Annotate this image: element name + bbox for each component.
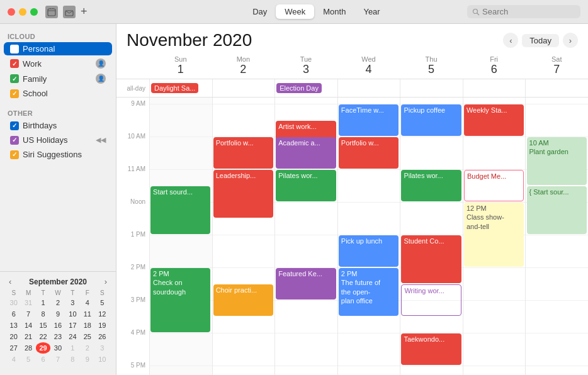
mini-cal-day[interactable]: 10 [95, 354, 110, 365]
hour-cell[interactable] [463, 366, 526, 375]
mini-cal-day[interactable]: 22 [36, 331, 50, 342]
mini-cal-prev-button[interactable]: ‹ [6, 277, 14, 286]
mini-cal-day[interactable]: 17 [65, 320, 80, 331]
hour-cell[interactable] [275, 235, 337, 268]
hour-cell[interactable] [526, 366, 588, 375]
calendar-event[interactable]: Pilates wor... [276, 170, 336, 201]
hour-cell[interactable] [338, 98, 400, 104]
mini-cal-day[interactable]: 11 [80, 308, 94, 320]
hour-cell[interactable] [400, 137, 463, 170]
mini-cal-day[interactable]: 5 [21, 354, 35, 365]
mini-cal-day[interactable]: 30 [50, 342, 65, 354]
mini-cal-day[interactable]: 31 [21, 297, 35, 308]
mini-cal-day[interactable]: 9 [50, 308, 65, 320]
hour-cell[interactable] [400, 98, 463, 104]
mini-cal-day[interactable]: 1 [36, 297, 50, 308]
school-checkbox[interactable] [10, 89, 19, 98]
hour-cell[interactable] [150, 333, 212, 366]
hour-cell[interactable] [463, 333, 526, 366]
hour-cell[interactable] [338, 333, 400, 366]
hour-cell[interactable] [526, 235, 588, 268]
mini-cal-day[interactable]: 29 [36, 342, 50, 354]
calendar-event[interactable]: Choir practi... [213, 284, 273, 316]
calendar-event[interactable]: Pickup coffee [401, 104, 461, 136]
hour-cell[interactable] [275, 333, 337, 366]
search-bar[interactable] [467, 5, 580, 18]
month-view-button[interactable]: Month [314, 4, 354, 19]
mini-cal-day[interactable]: 7 [50, 354, 65, 365]
hour-cell[interactable] [463, 137, 526, 170]
mini-cal-day[interactable]: 3 [65, 297, 80, 308]
hour-cell[interactable] [526, 98, 588, 104]
hour-cell[interactable] [463, 268, 526, 301]
sidebar-item-personal[interactable]: Personal [4, 42, 112, 55]
hour-cell[interactable] [526, 104, 588, 137]
sidebar-item-birthdays[interactable]: Birthdays [4, 119, 112, 132]
hour-cell[interactable] [526, 268, 588, 301]
calendar-event[interactable]: FaceTime w... [339, 104, 399, 136]
calendar-grid-icon[interactable] [45, 6, 58, 18]
hour-cell[interactable] [213, 366, 275, 375]
family-checkbox[interactable] [10, 74, 19, 83]
inbox-icon[interactable] [63, 6, 76, 18]
cal-next-button[interactable]: › [563, 33, 578, 48]
search-input[interactable] [482, 7, 570, 16]
calendar-event[interactable]: Featured Ke... [276, 268, 336, 299]
calendar-event[interactable]: { Start sour... [527, 186, 587, 234]
calendar-event[interactable]: Student Co... [401, 235, 461, 283]
mini-cal-day[interactable]: 14 [21, 320, 35, 331]
mini-cal-day[interactable]: 18 [80, 320, 94, 331]
hour-cell[interactable] [275, 203, 337, 235]
hour-cell[interactable] [275, 98, 337, 104]
allday-event-election[interactable]: Election Day [276, 83, 322, 93]
hour-cell[interactable] [150, 104, 212, 137]
hour-cell[interactable] [526, 333, 588, 366]
hour-cell[interactable] [150, 98, 212, 104]
cal-prev-button[interactable]: ‹ [503, 33, 518, 48]
close-button[interactable] [8, 8, 15, 16]
hour-cell[interactable] [150, 366, 212, 375]
calendar-event[interactable]: Portfolio w... [213, 137, 273, 169]
calendar-event[interactable]: 12 PM Class show- and-tell [464, 203, 524, 267]
hour-cell[interactable] [338, 203, 400, 235]
birthdays-checkbox[interactable] [10, 121, 19, 130]
calendar-event[interactable]: Leadership... [213, 170, 273, 218]
sidebar-item-work[interactable]: Work 👤 [4, 57, 112, 70]
hour-cell[interactable] [463, 98, 526, 104]
hour-cell[interactable] [275, 366, 337, 375]
mini-cal-day[interactable]: 1 [65, 342, 80, 354]
mini-cal-day[interactable]: 21 [21, 331, 35, 342]
maximize-button[interactable] [30, 8, 38, 16]
calendar-event[interactable]: Academic a... [276, 137, 336, 169]
today-button[interactable]: Today [522, 34, 559, 47]
mini-cal-day[interactable]: 23 [50, 331, 65, 342]
mini-cal-day[interactable]: 8 [65, 354, 80, 365]
mini-cal-day[interactable]: 6 [36, 354, 50, 365]
calendar-event[interactable]: Weekly Sta... [464, 104, 524, 136]
calendar-event[interactable]: Start sourd... [150, 186, 210, 234]
calendar-event[interactable]: Pick up lunch [339, 235, 399, 267]
mini-cal-day[interactable]: 10 [65, 308, 80, 320]
siri-suggestions-checkbox[interactable] [10, 150, 19, 159]
hour-cell[interactable] [526, 301, 588, 333]
sidebar-item-school[interactable]: School [4, 87, 112, 100]
hour-cell[interactable] [213, 104, 275, 137]
sidebar-item-family[interactable]: Family 👤 [4, 72, 112, 86]
hour-cell[interactable] [400, 366, 463, 375]
calendar-event[interactable]: Taekwondo... [401, 333, 461, 365]
mini-cal-day[interactable]: 4 [80, 297, 94, 308]
hour-cell[interactable] [150, 137, 212, 170]
hour-cell[interactable] [463, 301, 526, 333]
mini-cal-day[interactable]: 19 [95, 320, 110, 331]
allday-event-daylight[interactable]: Daylight Sa... [151, 83, 198, 93]
calendar-event[interactable]: 10 AM Plant garden [527, 137, 587, 185]
week-view-button[interactable]: Week [276, 4, 314, 19]
mini-cal-day[interactable]: 27 [6, 342, 21, 354]
mini-cal-day[interactable]: 6 [6, 308, 21, 320]
mini-cal-day[interactable]: 20 [6, 331, 21, 342]
us-holidays-checkbox[interactable] [10, 136, 19, 145]
mini-cal-day[interactable]: 9 [80, 354, 94, 365]
hour-cell[interactable] [400, 203, 463, 235]
calendar-event[interactable]: Writing wor... [401, 284, 461, 316]
day-view-button[interactable]: Day [244, 4, 276, 19]
